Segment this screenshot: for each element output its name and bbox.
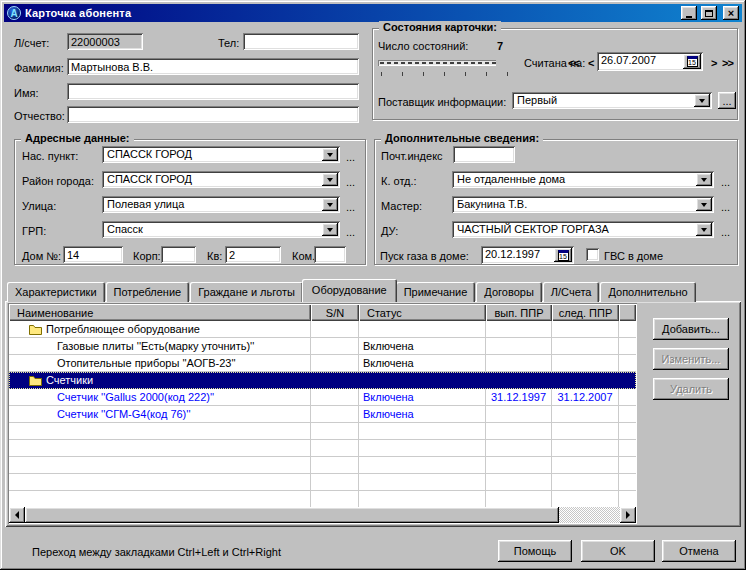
table-row[interactable]: Счетчик ''СГМ-G4(код 76)'' Включена [9, 406, 636, 423]
phone-field[interactable] [243, 33, 359, 50]
row-sn [311, 406, 359, 422]
date-next-button[interactable]: > [711, 57, 716, 69]
calendar-icon: 15 [687, 56, 698, 67]
tab-accounts[interactable]: Л/Счета [543, 282, 600, 302]
patronymic-label: Отчество: [14, 110, 65, 122]
states-count-value: 7 [497, 40, 503, 52]
provider-dropdown[interactable]: Первый [512, 92, 712, 109]
col-header-ppr-done[interactable]: вып. ППР [486, 304, 552, 321]
provider-dropdown-button[interactable] [694, 94, 710, 107]
provider-label: Поставщик информации: [378, 96, 506, 108]
table-row[interactable]: Счетчик ''Gallus 2000(код 222)'' Включен… [9, 389, 636, 406]
settlement-browse[interactable]: ... [346, 151, 355, 163]
table-row[interactable]: Отопительные приборы ''АОГВ-23'' Включен… [9, 355, 636, 372]
scroll-right-button[interactable] [620, 507, 636, 523]
postal-field[interactable] [453, 146, 515, 163]
horizontal-scrollbar[interactable] [9, 507, 636, 523]
firstname-field[interactable] [67, 83, 359, 100]
tab-consumption[interactable]: Потребление [106, 282, 190, 302]
col-header-status[interactable]: Статус [359, 304, 486, 321]
kv-field[interactable] [225, 246, 281, 263]
read-date-field[interactable]: 26.07.2007 15 [597, 52, 703, 71]
postal-label: Почт.индекс [381, 150, 443, 162]
address-group-title: Адресные данные: [21, 132, 134, 144]
gvs-checkbox[interactable] [586, 248, 599, 261]
ok-button[interactable]: OK [581, 540, 655, 562]
gas-date-calendar-button[interactable]: 15 [554, 248, 572, 262]
district-browse[interactable]: ... [346, 176, 355, 188]
table-row-group[interactable]: Потребляющее оборудование [9, 321, 636, 338]
du-dropdown-button[interactable] [696, 223, 712, 236]
row-status: Включена [359, 355, 486, 371]
settlement-dropdown[interactable]: СПАССК ГОРОД [102, 146, 340, 163]
tab-contracts[interactable]: Договоры [476, 282, 541, 302]
table-row-group-selected[interactable]: Счетчики [9, 372, 636, 389]
master-label: Мастер: [381, 200, 422, 212]
patronymic-field[interactable] [67, 106, 359, 123]
help-button[interactable]: Помощь [498, 540, 572, 562]
master-dropdown[interactable]: Бакунина Т.В. [452, 196, 714, 213]
grp-browse[interactable]: ... [346, 226, 355, 238]
close-button[interactable]: × [723, 6, 739, 20]
gas-start-date-value: 20.12.1997 [485, 248, 540, 260]
row-name: Потребляющее оборудование [46, 323, 200, 335]
scroll-left-button[interactable] [9, 507, 25, 523]
tab-characteristics[interactable]: Характеристики [7, 282, 105, 302]
row-ppr-done [486, 406, 552, 422]
kotd-dropdown-button[interactable] [696, 173, 712, 186]
col-header-sn[interactable]: S/N [311, 304, 359, 321]
settlement-dropdown-button[interactable] [322, 148, 338, 161]
kotd-browse[interactable]: ... [721, 176, 730, 188]
calendar-icon: 15 [558, 250, 569, 261]
house-field[interactable] [63, 246, 123, 263]
date-last-button[interactable]: >> [722, 57, 733, 69]
tab-citizens[interactable]: Граждане и льготы [190, 282, 303, 302]
settlement-label: Нас. пункт: [22, 150, 78, 162]
maximize-button[interactable] [701, 6, 717, 20]
col-header-name[interactable]: Наименование [9, 304, 311, 321]
district-dropdown-button[interactable] [322, 173, 338, 186]
table-row[interactable]: Газовые плиты ''Есть(марку уточнить)'' В… [9, 338, 636, 355]
surname-field[interactable] [67, 58, 359, 75]
tab-additional[interactable]: Дополнительно [600, 282, 695, 302]
chevron-down-icon [327, 203, 333, 207]
add-button[interactable]: Добавить... [653, 318, 729, 340]
date-first-button[interactable]: << [568, 57, 579, 69]
provider-browse-button[interactable]: ... [718, 92, 736, 109]
scrollbar-thumb[interactable] [25, 507, 559, 523]
street-dropdown-button[interactable] [322, 198, 338, 211]
minimize-button[interactable] [681, 6, 697, 20]
read-date-calendar-button[interactable]: 15 [683, 54, 701, 69]
street-dropdown[interactable]: Полевая улица [102, 196, 340, 213]
titlebar[interactable]: A Карточка абонента × [4, 4, 742, 22]
korp-field[interactable] [161, 246, 196, 263]
states-slider-track[interactable] [378, 60, 508, 66]
du-dropdown[interactable]: ЧАСТНЫЙ СЕКТОР ГОРГАЗА [452, 221, 714, 238]
window-title: Карточка абонента [25, 7, 677, 19]
master-browse[interactable]: ... [721, 201, 730, 213]
grp-dropdown-button[interactable] [322, 223, 338, 236]
tab-note[interactable]: Примечание [396, 282, 476, 302]
district-dropdown[interactable]: СПАССК ГОРОД [102, 171, 340, 188]
chevron-down-icon [701, 228, 707, 232]
master-dropdown-button[interactable] [696, 198, 712, 211]
delete-button: Удалить [653, 378, 729, 400]
date-prev-button[interactable]: < [588, 57, 593, 69]
master-value: Бакунина Т.В. [457, 198, 527, 210]
cancel-button[interactable]: Отмена [662, 540, 736, 562]
kotd-dropdown[interactable]: Не отдаленные дома [452, 171, 714, 188]
tab-equipment[interactable]: Оборудование [302, 279, 397, 302]
kom-field[interactable] [314, 246, 346, 263]
street-browse[interactable]: ... [346, 201, 355, 213]
du-browse[interactable]: ... [721, 226, 730, 238]
row-sn [311, 321, 359, 337]
folder-icon [29, 324, 42, 335]
du-label: ДУ: [381, 225, 398, 237]
equipment-table[interactable]: Наименование S/N Статус вып. ППР след. П… [8, 303, 637, 524]
gas-start-date-field[interactable]: 20.12.1997 15 [481, 246, 574, 264]
col-header-ppr-next[interactable]: след. ППР [552, 304, 619, 321]
row-name: Счетчик ''СГМ-G4(код 76)'' [9, 406, 311, 422]
street-label: Улица: [22, 200, 56, 212]
chevron-down-icon [701, 178, 707, 182]
grp-dropdown[interactable]: Спасск [102, 221, 340, 238]
